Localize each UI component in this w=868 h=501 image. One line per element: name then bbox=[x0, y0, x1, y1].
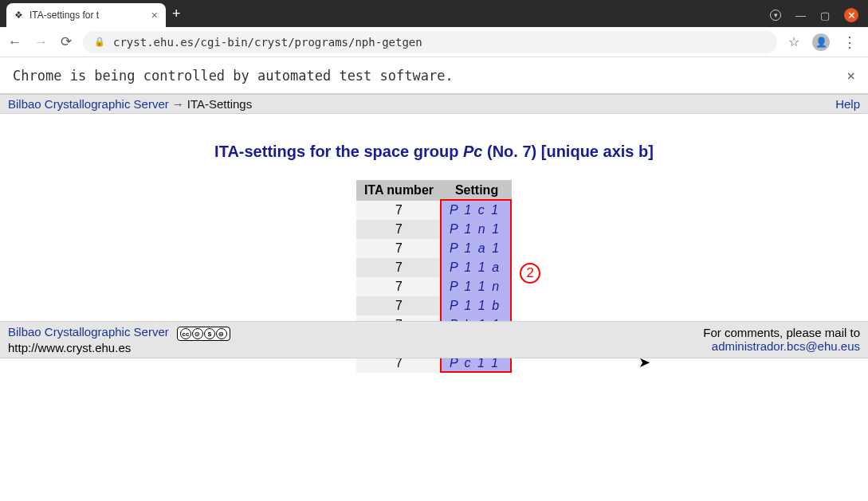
title-group: Pc bbox=[463, 143, 482, 160]
col-ita-number: ITA number bbox=[356, 180, 442, 201]
cell-setting: P 1 a 1 bbox=[442, 239, 512, 258]
breadcrumb-root[interactable]: Bilbao Crystallographic Server bbox=[8, 97, 169, 111]
address-bar: ← → ⟳ 🔒 cryst.ehu.es/cgi-bin/cryst/progr… bbox=[0, 27, 868, 57]
cell-setting: P 1 1 b bbox=[442, 296, 512, 315]
help-link[interactable]: Help bbox=[835, 97, 860, 111]
tab-favicon: ❖ bbox=[14, 10, 23, 21]
bookmark-icon[interactable]: ☆ bbox=[788, 34, 799, 49]
footer: Bilbao Crystallographic Server cc⊙$⊝ htt… bbox=[0, 321, 868, 359]
page-content: Bilbao Crystallographic Server → ITA-Set… bbox=[0, 94, 868, 373]
table-row: 7P 1 c 1 bbox=[356, 201, 512, 220]
browser-titlebar: ❖ ITA-settings for t × + ▾ — ▢ ✕ bbox=[0, 0, 868, 27]
setting-link[interactable]: P 1 c 1 bbox=[450, 203, 500, 217]
chevron-down-icon[interactable]: ▾ bbox=[770, 10, 781, 21]
maximize-icon[interactable]: ▢ bbox=[820, 10, 830, 22]
back-icon[interactable]: ← bbox=[8, 34, 22, 50]
cell-ita-number: 7 bbox=[356, 296, 442, 315]
table-row: 7P 1 1 n bbox=[356, 277, 512, 296]
automation-text: Chrome is being controlled by automated … bbox=[13, 68, 454, 84]
setting-link[interactable]: P 1 n 1 bbox=[450, 222, 501, 236]
minimize-icon[interactable]: — bbox=[795, 10, 806, 22]
forward-icon[interactable]: → bbox=[34, 34, 48, 50]
cell-setting: P 1 n 1 bbox=[442, 220, 512, 239]
title-suffix: (No. 7) [unique axis b] bbox=[482, 143, 653, 160]
cell-setting: P 1 1 a bbox=[442, 258, 512, 277]
menu-icon[interactable]: ⋮ bbox=[842, 33, 857, 51]
profile-avatar[interactable]: 👤 bbox=[812, 33, 830, 51]
table-row: 7P 1 a 1 bbox=[356, 239, 512, 258]
footer-email[interactable]: administrador.bcs@ehu.eus bbox=[712, 339, 860, 353]
cell-ita-number: 7 bbox=[356, 220, 442, 239]
reload-icon[interactable]: ⟳ bbox=[61, 33, 72, 50]
url-input[interactable]: 🔒 cryst.ehu.es/cgi-bin/cryst/programs/np… bbox=[83, 31, 777, 53]
setting-link[interactable]: P 1 1 n bbox=[450, 280, 501, 293]
cell-ita-number: 7 bbox=[356, 277, 442, 296]
automation-banner: Chrome is being controlled by automated … bbox=[0, 57, 868, 94]
mouse-cursor: ➤ bbox=[638, 354, 650, 371]
col-setting: Setting bbox=[442, 180, 512, 201]
setting-link[interactable]: P 1 1 b bbox=[450, 299, 501, 312]
cell-ita-number: 7 bbox=[356, 201, 442, 220]
table-row: 7P 1 1 a bbox=[356, 258, 512, 277]
url-text: cryst.ehu.es/cgi-bin/cryst/programs/nph-… bbox=[113, 36, 422, 49]
cell-setting: P 1 c 1 bbox=[442, 201, 512, 220]
breadcrumb-current: ITA-Settings bbox=[187, 97, 252, 111]
breadcrumb-arrow: → bbox=[172, 97, 184, 111]
cell-setting: P 1 1 n bbox=[442, 277, 512, 296]
cell-ita-number: 7 bbox=[356, 258, 442, 277]
cell-ita-number: 7 bbox=[356, 239, 442, 258]
browser-tab[interactable]: ❖ ITA-settings for t × bbox=[6, 3, 166, 27]
page-title: ITA-settings for the space group Pc (No.… bbox=[0, 143, 868, 161]
annotation-badge: 2 bbox=[520, 263, 540, 284]
lock-icon: 🔒 bbox=[94, 37, 105, 47]
footer-server-link[interactable]: Bilbao Crystallographic Server bbox=[8, 325, 169, 339]
tab-title: ITA-settings for t bbox=[29, 10, 145, 21]
footer-url: http://www.cryst.ehu.es bbox=[8, 341, 131, 354]
table-row: 7P 1 1 b bbox=[356, 296, 512, 315]
title-prefix: ITA-settings for the space group bbox=[214, 143, 463, 160]
setting-link[interactable]: P 1 1 a bbox=[450, 260, 501, 274]
table-row: 7P 1 n 1 bbox=[356, 220, 512, 239]
new-tab-button[interactable]: + bbox=[172, 6, 181, 22]
window-close-icon[interactable]: ✕ bbox=[844, 8, 858, 22]
breadcrumb: Bilbao Crystallographic Server → ITA-Set… bbox=[0, 94, 868, 114]
tab-close-icon[interactable]: × bbox=[151, 9, 158, 22]
banner-close-icon[interactable]: × bbox=[846, 67, 855, 84]
cc-license-icon[interactable]: cc⊙$⊝ bbox=[177, 327, 230, 341]
setting-link[interactable]: P 1 a 1 bbox=[450, 241, 501, 255]
footer-comments: For comments, please mail to bbox=[703, 326, 860, 339]
window-controls: ▾ — ▢ ✕ bbox=[770, 8, 868, 27]
